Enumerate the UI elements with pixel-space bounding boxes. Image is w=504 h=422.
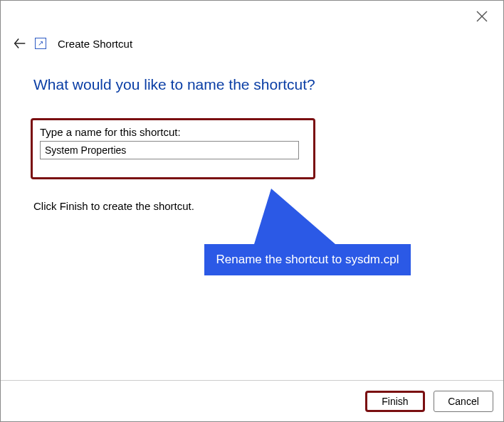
wizard-header: ↗ Create Shortcut — [12, 33, 492, 53]
wizard-footer: Finish Cancel — [1, 380, 503, 421]
finish-button[interactable]: Finish — [365, 391, 425, 412]
callout-pointer-icon — [254, 189, 335, 244]
shortcut-overlay-icon: ↗ — [35, 38, 46, 49]
back-arrow-icon[interactable] — [12, 36, 28, 51]
shortcut-name-input[interactable] — [40, 141, 299, 159]
name-field-label: Type a name for this shortcut: — [40, 126, 306, 138]
annotation-frame-name-field: Type a name for this shortcut: — [31, 118, 315, 179]
cancel-button[interactable]: Cancel — [434, 391, 493, 412]
wizard-title: Create Shortcut — [58, 38, 132, 50]
annotation-callout: Rename the shortcut to sysdm.cpl — [204, 244, 411, 275]
finish-hint-text: Click Finish to create the shortcut. — [33, 200, 194, 212]
wizard-heading: What would you like to name the shortcut… — [33, 76, 315, 93]
close-icon[interactable] — [476, 11, 488, 22]
